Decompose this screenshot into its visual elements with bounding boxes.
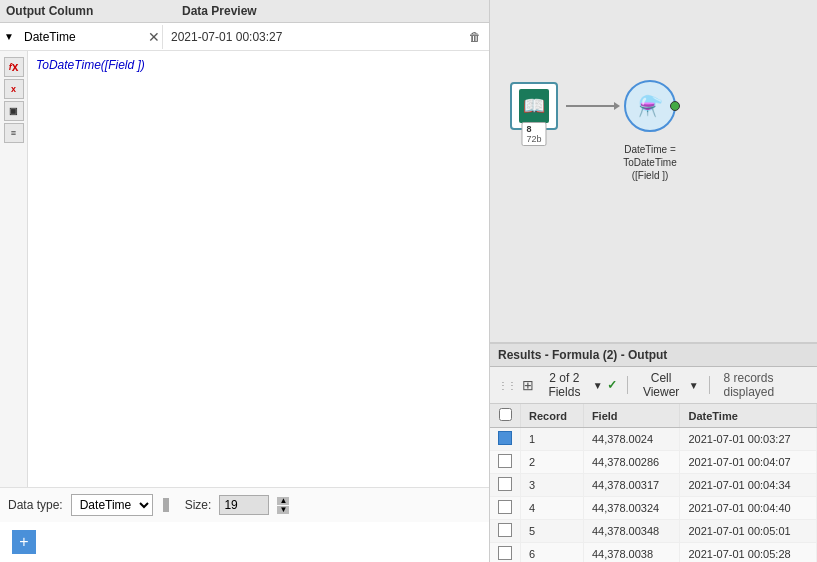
results-panel: Results - Formula (2) - Output ⋮⋮ ⊞ 2 of… — [490, 342, 817, 562]
table-row: 344,378.003172021-07-01 00:04:34 — [490, 474, 817, 497]
row-selector-cell — [490, 497, 521, 520]
table-row: 644,378.00382021-07-01 00:05:28 — [490, 543, 817, 563]
col-header-field: Field — [583, 404, 680, 428]
right-panel: 📖 8 72b ⚗️ DateTime = ToDateTime ([Field… — [490, 0, 817, 562]
results-toolbar: ⋮⋮ ⊞ 2 of 2 Fields ▼ ✓ Cell Viewer ▼ 8 r… — [490, 367, 817, 404]
cell-field: 44,378.00286 — [583, 451, 680, 474]
toolbar-separator-1 — [627, 376, 628, 394]
cell-field: 44,378.0024 — [583, 428, 680, 451]
table-header-row: Record Field DateTime — [490, 404, 817, 428]
formula-bottom-bar: Data type: DateTime Size: ▲ ▼ — [0, 487, 489, 522]
cell-datetime: 2021-07-01 00:05:01 — [680, 520, 817, 543]
results-table-container: Record Field DateTime 144,378.00242021-0… — [490, 404, 817, 562]
cell-datetime: 2021-07-01 00:04:07 — [680, 451, 817, 474]
row-selector-cell — [490, 520, 521, 543]
left-panel: Output Column Data Preview ▼ ✕ 2021-07-0… — [0, 0, 490, 562]
results-header: Results - Formula (2) - Output — [490, 344, 817, 367]
fx-icon[interactable]: fx — [4, 57, 24, 77]
data-preview-label: Data Preview — [182, 4, 257, 18]
cell-viewer-label: Cell Viewer — [638, 371, 685, 399]
formula-node-icon: ⚗️ — [638, 94, 663, 118]
cell-field: 44,378.00317 — [583, 474, 680, 497]
preview-value: 2021-07-01 00:03:27 — [163, 26, 461, 48]
datatype-select[interactable]: DateTime — [71, 494, 153, 516]
node-stats: 8 72b — [521, 122, 546, 146]
results-title: Results - Formula (2) - Output — [498, 348, 667, 362]
row-checkbox[interactable] — [498, 454, 512, 468]
formula-row: ▼ ✕ 2021-07-01 00:03:27 🗑 — [0, 23, 489, 51]
connector-arrow — [614, 102, 620, 110]
formula-node[interactable]: ⚗️ DateTime = ToDateTime ([Field ]) — [624, 80, 676, 132]
formula-editor-container: fx x ▣ ≡ ToDateTime([Field ]) — [0, 51, 489, 487]
check-icon: ✓ — [607, 378, 617, 392]
cell-viewer-button[interactable]: Cell Viewer ▼ — [638, 371, 699, 399]
row-checkbox[interactable] — [498, 500, 512, 514]
cell-record: 3 — [521, 474, 584, 497]
box-icon[interactable]: ▣ — [4, 101, 24, 121]
cell-field: 44,378.0038 — [583, 543, 680, 563]
results-table: Record Field DateTime 144,378.00242021-0… — [490, 404, 817, 562]
col-header-datetime: DateTime — [680, 404, 817, 428]
node-label: DateTime = ToDateTime ([Field ]) — [623, 143, 677, 182]
cell-record: 5 — [521, 520, 584, 543]
canvas-area: 📖 8 72b ⚗️ DateTime = ToDateTime ([Field… — [490, 0, 817, 342]
col-header-record: Record — [521, 404, 584, 428]
row-expand-toggle[interactable]: ▼ — [0, 31, 18, 42]
toolbar-separator-2 — [709, 376, 710, 394]
cell-record: 2 — [521, 451, 584, 474]
size-label: Size: — [185, 498, 212, 512]
row-checkbox[interactable] — [498, 523, 512, 537]
cell-field: 44,378.00324 — [583, 497, 680, 520]
output-dot — [670, 101, 680, 111]
datatype-label: Data type: — [8, 498, 63, 512]
cell-record: 1 — [521, 428, 584, 451]
row-selector-cell — [490, 543, 521, 563]
cell-datetime: 2021-07-01 00:05:28 — [680, 543, 817, 563]
col-selector-header — [490, 404, 521, 428]
column-name-area: ✕ — [18, 25, 163, 49]
datatype-dropdown-arrow — [163, 498, 169, 512]
size-spinners: ▲ ▼ — [277, 497, 289, 514]
select-all-checkbox[interactable] — [499, 408, 512, 421]
cell-datetime: 2021-07-01 00:04:34 — [680, 474, 817, 497]
row-selector-cell — [490, 474, 521, 497]
grid-icon: ⊞ — [522, 377, 534, 393]
cell-field: 44,378.00348 — [583, 520, 680, 543]
side-icons-panel: fx x ▣ ≡ — [0, 51, 28, 487]
list-icon[interactable]: ≡ — [4, 123, 24, 143]
column-name-input[interactable] — [24, 30, 144, 44]
add-formula-button[interactable]: + — [12, 530, 36, 554]
delete-row-button[interactable]: ✕ — [148, 29, 160, 45]
records-info: 8 records displayed — [723, 371, 809, 399]
row-checkbox[interactable] — [498, 546, 512, 560]
formula-spacer — [28, 275, 489, 487]
cell-viewer-arrow: ▼ — [689, 380, 699, 391]
trash-icon[interactable]: 🗑 — [461, 30, 489, 44]
x-icon[interactable]: x — [4, 79, 24, 99]
fields-dropdown-arrow: ▼ — [593, 380, 603, 391]
node-container: 📖 8 72b ⚗️ DateTime = ToDateTime ([Field… — [510, 80, 676, 132]
formula-editor[interactable]: ToDateTime([Field ]) — [28, 51, 489, 275]
size-input[interactable] — [219, 495, 269, 515]
connector — [566, 105, 616, 107]
add-button-container: + — [0, 522, 489, 562]
output-column-label: Output Column — [6, 4, 176, 18]
fields-button[interactable]: 2 of 2 Fields ▼ ✓ — [540, 371, 617, 399]
cell-record: 4 — [521, 497, 584, 520]
formula-main-area: ToDateTime([Field ]) — [28, 51, 489, 487]
book-node[interactable]: 📖 8 72b — [510, 82, 558, 130]
fields-label: 2 of 2 Fields — [540, 371, 589, 399]
row-selector-cell — [490, 428, 521, 451]
connector-line — [566, 105, 616, 107]
row-selector-cell — [490, 451, 521, 474]
cell-datetime: 2021-07-01 00:03:27 — [680, 428, 817, 451]
row-checkbox-selected[interactable] — [498, 431, 512, 445]
cell-record: 6 — [521, 543, 584, 563]
formula-header: Output Column Data Preview — [0, 0, 489, 23]
table-row: 244,378.002862021-07-01 00:04:07 — [490, 451, 817, 474]
row-checkbox[interactable] — [498, 477, 512, 491]
size-up-button[interactable]: ▲ — [277, 497, 289, 505]
table-row: 544,378.003482021-07-01 00:05:01 — [490, 520, 817, 543]
table-row: 444,378.003242021-07-01 00:04:40 — [490, 497, 817, 520]
size-down-button[interactable]: ▼ — [277, 506, 289, 514]
